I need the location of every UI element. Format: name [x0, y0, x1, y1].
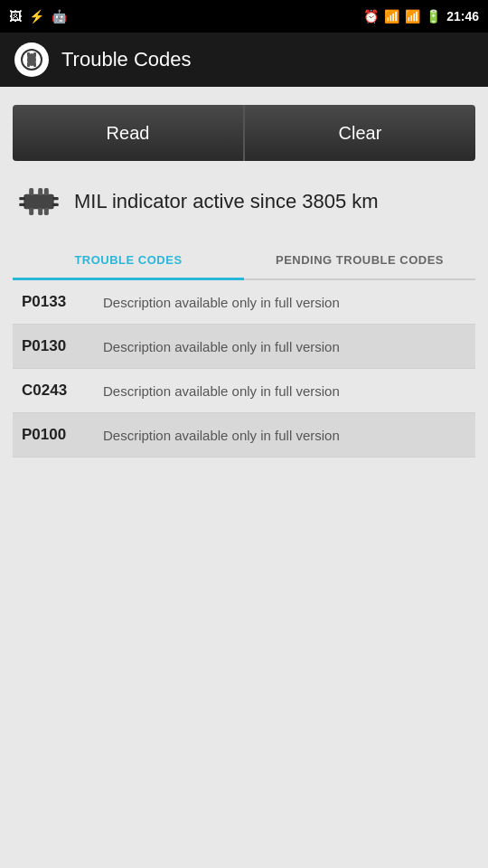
svg-rect-13: [44, 188, 49, 195]
svg-rect-6: [23, 194, 53, 210]
content-area: Read Clear MIL: [0, 87, 488, 470]
tab-pending-trouble-codes[interactable]: PENDING TROUBLE CODES: [244, 242, 475, 278]
codes-list: P0133 Description available only in full…: [13, 280, 475, 458]
app-title: Trouble Codes: [61, 48, 191, 71]
table-row: C0243 Description available only in full…: [13, 369, 475, 413]
table-row: P0100 Description available only in full…: [13, 413, 475, 458]
battery-icon: 🔋: [426, 9, 441, 24]
svg-rect-12: [38, 188, 42, 195]
app-bar: Trouble Codes: [0, 33, 488, 87]
tab-trouble-codes[interactable]: TROUBLE CODES: [13, 242, 244, 280]
mil-indicator: MIL indicator active since 3805 km: [13, 179, 475, 224]
usb-icon: ⚡: [29, 9, 44, 24]
svg-rect-5: [33, 62, 36, 67]
svg-rect-10: [52, 203, 59, 206]
android-icon: 🤖: [52, 9, 67, 24]
read-button[interactable]: Read: [13, 105, 244, 161]
mil-engine-icon: [16, 179, 61, 224]
svg-rect-9: [52, 197, 59, 200]
signal-icon-2: 📶: [405, 9, 420, 24]
table-row: P0133 Description available only in full…: [13, 280, 475, 325]
code-description: Description available only in full versi…: [103, 339, 340, 354]
svg-rect-3: [33, 52, 36, 57]
image-icon: 🖼: [9, 9, 22, 24]
status-bar-right: ⏰ 📶 📶 🔋 21:46: [363, 9, 479, 24]
alarm-icon: ⏰: [363, 9, 379, 24]
svg-rect-7: [19, 197, 25, 200]
table-row: P0130 Description available only in full…: [13, 325, 475, 369]
action-buttons: Read Clear: [13, 105, 475, 161]
svg-rect-16: [44, 208, 49, 215]
code-description: Description available only in full versi…: [103, 428, 340, 443]
svg-rect-15: [38, 208, 42, 215]
svg-rect-11: [29, 188, 33, 195]
code-id: P0133: [22, 293, 103, 311]
svg-rect-2: [27, 52, 30, 57]
status-bar: 🖼 ⚡ 🤖 ⏰ 📶 📶 🔋 21:46: [0, 0, 488, 33]
clear-button[interactable]: Clear: [244, 105, 475, 161]
svg-rect-4: [27, 62, 30, 67]
status-bar-left: 🖼 ⚡ 🤖: [9, 9, 67, 24]
code-id: P0130: [22, 337, 103, 355]
signal-icon-1: 📶: [384, 9, 399, 24]
engine-warning-icon: [16, 184, 61, 220]
engine-icon: [19, 47, 44, 72]
code-description: Description available only in full versi…: [103, 295, 340, 310]
code-id: C0243: [22, 382, 103, 400]
tabs: TROUBLE CODES PENDING TROUBLE CODES: [13, 242, 475, 280]
code-description: Description available only in full versi…: [103, 383, 340, 399]
app-logo: [14, 42, 49, 77]
mil-text: MIL indicator active since 3805 km: [74, 189, 379, 215]
time-display: 21:46: [446, 9, 479, 24]
svg-rect-14: [29, 208, 33, 215]
code-id: P0100: [22, 426, 103, 444]
svg-rect-8: [19, 203, 25, 206]
